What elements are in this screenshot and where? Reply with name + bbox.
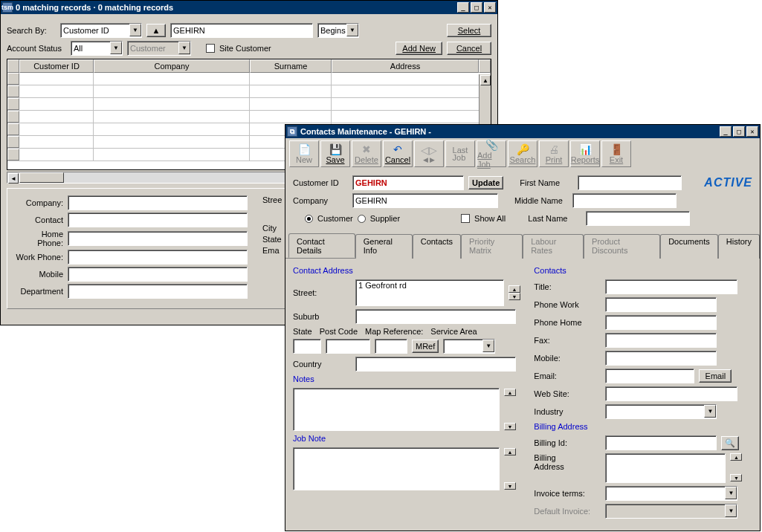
toolbar-lastjob[interactable]: Last Job <box>445 140 475 167</box>
print-icon: 🖨 <box>549 144 559 155</box>
show-all-checkbox[interactable] <box>461 214 470 223</box>
chevron-down-icon[interactable]: ▼ <box>482 340 494 352</box>
jobnote-textarea[interactable] <box>293 447 500 490</box>
website-input[interactable] <box>605 386 737 401</box>
minimize-button[interactable]: _ <box>720 126 732 137</box>
notes-stepper[interactable]: ▲▼ <box>504 389 516 430</box>
country-input[interactable] <box>355 357 516 372</box>
email-input[interactable] <box>605 369 694 383</box>
chevron-down-icon[interactable]: ▼ <box>129 24 141 36</box>
defaultinvoice-select <box>605 504 737 519</box>
scroll-left-icon[interactable]: ◄ <box>8 173 19 184</box>
contact-label: Contact <box>15 215 63 224</box>
billingid-label: Billing Id: <box>534 438 601 447</box>
maximize-button[interactable]: □ <box>733 126 745 137</box>
department-field[interactable] <box>68 284 248 299</box>
scroll-up-icon[interactable]: ▲ <box>480 75 491 85</box>
billingid-lookup-button[interactable]: 🔍 <box>721 436 739 450</box>
chevron-down-icon[interactable]: ▼ <box>110 42 122 54</box>
firstname-input[interactable] <box>578 175 682 190</box>
update-button[interactable]: Update <box>468 176 503 189</box>
section-billing: Billing Address <box>534 422 752 431</box>
site-customer-checkbox[interactable] <box>206 44 215 53</box>
cancel-button[interactable]: Cancel <box>447 42 491 55</box>
mobile-label: Mobile <box>15 270 63 279</box>
chevron-down-icon[interactable]: ▼ <box>725 487 737 499</box>
select-button[interactable]: Select <box>447 24 491 37</box>
billingaddress-stepper[interactable]: ▲▼ <box>730 453 742 481</box>
tab-history[interactable]: History <box>718 234 760 259</box>
toolbar-search[interactable]: 🔑Search <box>508 140 537 167</box>
mapref-input[interactable] <box>375 339 407 354</box>
tab-panel-contact-details: Contact Address Street: ▲▼ Suburb State … <box>285 259 760 526</box>
toolbar-cancel[interactable]: ↶Cancel <box>383 140 413 167</box>
mobile-field[interactable] <box>68 267 248 282</box>
tab-contact-details[interactable]: Contact Details <box>288 233 355 258</box>
homephone-field[interactable] <box>68 231 248 246</box>
phonework-label: Phone Work <box>534 300 601 309</box>
toolbar-nav[interactable]: ◁▷◀ ▶ <box>414 140 444 167</box>
toolbar-exit[interactable]: 🚪Exit <box>601 140 631 167</box>
toolbar-new[interactable]: 📄New <box>289 140 319 167</box>
chevron-down-icon[interactable]: ▼ <box>346 24 358 36</box>
tab-contacts[interactable]: Contacts <box>413 234 461 259</box>
toolbar-save[interactable]: 💾Save <box>320 140 350 167</box>
title-input[interactable] <box>605 279 737 294</box>
jobnote-label: Job Note <box>293 434 522 443</box>
website-label: Web Site: <box>534 389 601 398</box>
state-input[interactable] <box>293 339 321 354</box>
toolbar-reports[interactable]: 📊Reports <box>570 140 600 167</box>
search-value-input[interactable] <box>170 23 313 38</box>
notes-textarea[interactable] <box>293 388 500 431</box>
customer-radio[interactable] <box>305 215 313 223</box>
contact-field[interactable] <box>68 213 248 227</box>
mobile-input[interactable] <box>605 351 717 366</box>
fax-input[interactable] <box>605 333 717 348</box>
suburb-input[interactable] <box>355 309 516 324</box>
middlename-input[interactable] <box>572 193 677 208</box>
toolbar-delete[interactable]: ✖Delete <box>352 140 381 167</box>
industry-select[interactable] <box>605 404 717 419</box>
col-address[interactable]: Address <box>332 59 479 73</box>
tab-documents[interactable]: Documents <box>660 234 718 259</box>
company-field[interactable] <box>68 195 248 210</box>
minimize-button[interactable]: _ <box>457 2 469 13</box>
mref-button[interactable]: MRef <box>412 340 439 353</box>
toolbar-addjob[interactable]: 📎Add Job <box>477 140 506 167</box>
maximize-button[interactable]: □ <box>471 2 482 13</box>
tab-general-info[interactable]: General Info <box>355 234 413 259</box>
workphone-field[interactable] <box>68 250 248 265</box>
close-button[interactable]: ✕ <box>746 126 758 137</box>
company-label: Company <box>293 196 348 205</box>
sort-up-button[interactable]: ▲ <box>146 24 166 37</box>
street-stepper[interactable]: ▲▼ <box>508 285 520 300</box>
chevron-down-icon[interactable]: ▼ <box>704 405 716 418</box>
col-surname[interactable]: Surname <box>250 59 332 73</box>
state-label: State <box>293 327 312 336</box>
add-new-button[interactable]: Add New <box>395 42 442 55</box>
jobnote-stepper[interactable]: ▲▼ <box>504 448 516 490</box>
search-title: 0 matching records · 0 matching records <box>16 3 173 12</box>
company-label: Company: <box>15 198 63 207</box>
email-button[interactable]: Email <box>699 369 732 383</box>
billingid-input[interactable] <box>605 435 717 450</box>
lastname-label: Last Name <box>528 214 581 223</box>
col-company[interactable]: Company <box>94 59 250 73</box>
invoiceterms-select[interactable] <box>605 486 737 501</box>
close-button[interactable]: ✕ <box>484 2 496 13</box>
postcode-input[interactable] <box>326 339 370 354</box>
lastname-input[interactable] <box>586 211 690 226</box>
supplier-radio[interactable] <box>358 215 366 223</box>
mapref-label: Map Reference: <box>365 327 423 336</box>
phonework-input[interactable] <box>605 297 717 312</box>
custid-input[interactable] <box>352 175 464 190</box>
company-input[interactable] <box>352 193 498 208</box>
toolbar-print[interactable]: 🖨Print <box>539 140 569 167</box>
col-customer-id[interactable]: Customer ID <box>19 59 94 73</box>
street-label: Street: <box>293 288 351 297</box>
billingaddress-textarea[interactable] <box>605 453 726 483</box>
contacts-title: Contacts Maintenance - GEHIRN - <box>300 127 431 136</box>
street-input[interactable] <box>355 279 504 306</box>
phonehome-input[interactable] <box>605 315 717 330</box>
country-label: Country <box>293 360 351 369</box>
